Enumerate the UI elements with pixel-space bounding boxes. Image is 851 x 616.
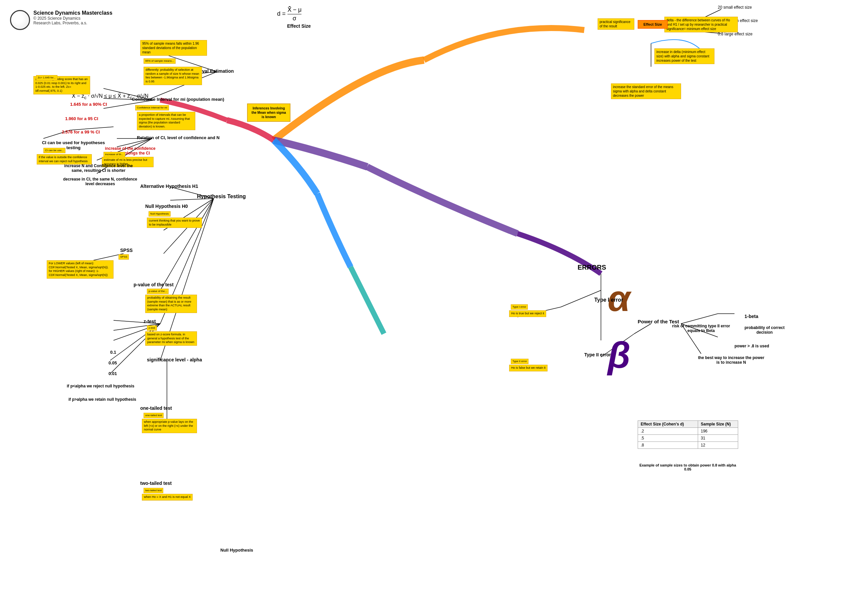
inferences-mean-node[interactable]: Inferences Involving the Mean when sigma… xyxy=(247,104,290,122)
ci-hyp-subbox: CI can be use... xyxy=(44,148,65,153)
current-thinking-box: current thinking that you want to prove … xyxy=(147,218,202,228)
zc-small: Zc= 1.645 for... xyxy=(36,75,57,80)
type1-subbox: Type I error xyxy=(511,304,528,310)
ci-proportion-box: a proportion of intervals that can be ex… xyxy=(137,112,195,130)
decrease-ci-label: decrease in CI, the same N, confidence l… xyxy=(62,177,138,186)
best-way-label: the best way to increase the power is to… xyxy=(698,355,765,365)
beta-symbol: β xyxy=(607,334,630,376)
svg-line-32 xyxy=(681,314,718,324)
effect-size-large: 0.8 large effect size xyxy=(718,32,753,36)
onetailed-detail-box: when appropriate p-value lays on the lef… xyxy=(142,419,197,433)
table-cell-n-1: 196 xyxy=(698,428,738,435)
zc-95-label: 1.960 for a 95 CI xyxy=(65,116,98,121)
onetailed-label: one-tailed test xyxy=(140,406,172,411)
table-header-effect: Effect Size (Cohen's d) xyxy=(638,421,698,428)
sample-size-table: Effect Size (Cohen's d) Sample Size (N) … xyxy=(637,421,738,449)
sig-005: 0.05 xyxy=(108,361,117,365)
logo-title: Science Dynamics Masterclass xyxy=(33,10,113,16)
sample-means-95-box: 95% of sample means falls within 1.96 st… xyxy=(140,40,207,56)
formula-d-label: d = xyxy=(277,11,287,17)
type2-detail-box: Ho is false but we retain it xyxy=(509,365,547,371)
effect-size-small: 20 small effect size xyxy=(718,5,752,10)
table-cell-effect-3: .8 xyxy=(638,442,698,449)
logo-text: Science Dynamics Masterclass © 2025 Scie… xyxy=(33,10,113,26)
relation-ci-label: Relation of CI, level of confidence and … xyxy=(137,135,220,140)
sig-level-label: significance level - alpha xyxy=(147,357,202,362)
ci-subbox: Confidence interval for mi xyxy=(135,105,169,110)
differently-box: differently: probability of selection at… xyxy=(144,67,202,85)
table-header-n: Sample Size (N) xyxy=(698,421,738,428)
null-hyp-bottom: Null Hypothesis xyxy=(220,548,253,553)
pvalue-subbox: p-value of the... xyxy=(147,288,168,294)
table-cell-effect-1: .2 xyxy=(638,428,698,435)
svg-line-31 xyxy=(634,324,651,334)
increase-ci-subbox: increase of th... xyxy=(104,152,125,157)
sig-01: 0.1 xyxy=(110,350,116,355)
delta-increase-box: increase in delta (minimum effect size) … xyxy=(654,48,714,64)
sig-001: 0.01 xyxy=(108,371,117,376)
type2-error-label: Type II error xyxy=(584,352,611,358)
twotailed-label: two-tailed test xyxy=(140,481,171,486)
pvalue-label: p-value of the test xyxy=(134,282,174,287)
one-beta-label: 1-beta xyxy=(744,314,758,319)
effect-size-formula-label: Effect Size xyxy=(287,23,311,29)
null-hyp-subbox: Null Hypothesis xyxy=(149,211,171,216)
logo-subtitle: Research Labs, Proverbs, a.s. xyxy=(33,21,113,26)
cohen-d-formula: d = X̄ − μ σ xyxy=(277,6,301,22)
spss-label: SPSS xyxy=(120,248,132,253)
zc-99-label: 2.576 for a 99 % CI xyxy=(62,129,100,134)
logo-area: Science Dynamics Masterclass © 2025 Scie… xyxy=(10,10,113,30)
table-caption: Example of sample sizes to obtain power … xyxy=(637,463,738,471)
reject-null-label: if p<alpha we reject null hypothesis xyxy=(67,384,134,388)
ztest-detail-box: based on z-score formula. in general a h… xyxy=(145,331,197,346)
table-row: .2 196 xyxy=(638,428,738,435)
onetailed-subbox: one-tailed test xyxy=(144,413,164,418)
connections-svg xyxy=(0,0,851,616)
formula-numerator: X̄ − μ xyxy=(287,6,302,14)
ztest-label: z-test xyxy=(144,319,156,324)
table-cell-effect-2: .5 xyxy=(638,435,698,442)
practical-sig-box: practical significance of the result xyxy=(598,18,634,30)
null-hypothesis-label: Null Hypothesis H0 xyxy=(145,204,188,209)
risk-type2-label: risk of committing type II error equals … xyxy=(668,324,734,333)
errors-label: ERRORS xyxy=(577,264,606,271)
logo-icon xyxy=(10,10,30,30)
table-row: .8 12 xyxy=(638,442,738,449)
type2-subbox: Type II error xyxy=(511,359,528,364)
power-08-label: power > .8 is used xyxy=(734,344,769,349)
type1-detail-box: Ho is true but we reject it xyxy=(509,310,546,317)
effect-size-node[interactable]: Effect Size xyxy=(637,20,668,29)
alt-hypothesis-label: Alternative Hypothesis H1 xyxy=(140,183,198,189)
table-row: .5 31 xyxy=(638,435,738,442)
formula-denominator: σ xyxy=(287,14,302,22)
decreases-power-box: increase the standard error of the means… xyxy=(611,83,681,99)
sample-means-subbox: 95% of sample means... xyxy=(144,59,176,64)
zc-90-label: 1.645 for a 90% CI xyxy=(70,102,107,107)
hypothesis-testing-label: Hypothesis Testing xyxy=(197,194,246,200)
pvalue-detail-box: probability of obtaining the result (sam… xyxy=(145,294,197,313)
power-label: Power of the Test xyxy=(637,319,679,325)
table-cell-n-2: 31 xyxy=(698,435,738,442)
increase-n-label: increase N and Confidence level the same… xyxy=(60,164,137,173)
type1-error-label: Type I error xyxy=(594,297,623,303)
delta-diff-box: delta - the difference between curves of… xyxy=(665,17,738,32)
formula-fraction: X̄ − μ σ xyxy=(287,6,302,22)
retain-null-label: if p>alpha we retain null hypothesis xyxy=(68,397,136,402)
ci-outside-box: if the value is outside the confidence i… xyxy=(37,154,92,165)
logo-copyright: © 2025 Science Dynamics xyxy=(33,16,113,21)
ztest-subbox: z-test xyxy=(147,325,157,331)
main-container: Science Dynamics Masterclass © 2025 Scie… xyxy=(0,0,851,616)
twotailed-detail-box: when Ho = X and H1 is not equal X xyxy=(142,494,192,500)
prob-correct-label: probability of correct decision xyxy=(738,325,791,335)
spss-detail-box: For LOWER values (left of mean): CDF.Nor… xyxy=(47,260,114,279)
twotailed-subbox: two-tailed test xyxy=(144,488,163,493)
spss-subbox: SPSS xyxy=(119,254,129,260)
table-cell-n-3: 12 xyxy=(698,442,738,449)
